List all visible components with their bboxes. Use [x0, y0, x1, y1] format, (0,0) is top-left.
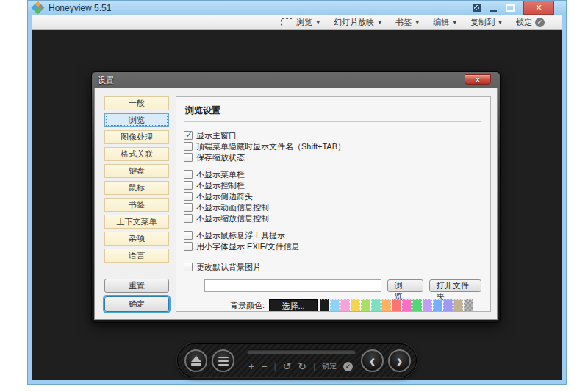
checkbox-group: 不显示鼠标悬浮工具提示 用小字体显示 EXIF/文件信息 [184, 230, 481, 252]
toolbar-edit-label: 编辑 [433, 17, 449, 28]
toolbar-edit-menu[interactable]: 编辑 ▼ [433, 17, 457, 28]
checkbox[interactable] [184, 242, 193, 251]
sidebar-item-mouse[interactable]: 鼠标 [104, 181, 169, 195]
fullscreen-button[interactable] [473, 1, 490, 15]
dialog-close-button[interactable]: x [465, 74, 491, 85]
toolbar-browse-menu[interactable]: 浏览 ▼ [281, 17, 320, 28]
checkbox-label: 不显示动画信息控制 [196, 202, 269, 213]
close-button[interactable]: ✕ [523, 1, 554, 15]
zoom-out-button[interactable]: − [261, 360, 267, 372]
checkbox[interactable] [184, 231, 193, 240]
checkbox[interactable] [184, 153, 193, 162]
previous-image-button[interactable]: ‹ [361, 349, 384, 372]
checkbox-group: 不显示菜单栏 不显示控制栏 不显示侧边箭头 不显示动画信息控制 [184, 169, 481, 224]
color-swatch[interactable] [351, 299, 360, 312]
chevron-right-icon: › [397, 352, 403, 371]
control-glyphs: + − | ↺ ↻ | 锁定 ✓ [248, 360, 366, 372]
color-swatch[interactable] [453, 299, 463, 312]
checkbox-row-show-main-window[interactable]: 显示主窗口 [184, 130, 481, 140]
rotate-left-button[interactable]: ↺ [283, 360, 292, 372]
reset-button[interactable]: 重置 [104, 279, 169, 293]
color-swatch[interactable] [381, 299, 391, 312]
color-swatch[interactable] [423, 299, 432, 312]
viewer-area: 设置 x 一般 浏览 图像处理 格式关联 键盘 鼠标 书签 上下文菜单 杂项 语… [32, 30, 562, 380]
window-titlebar: Honeyview 5.51 ✕ [28, 1, 566, 15]
eject-button[interactable] [184, 349, 207, 372]
browse-mode-icon [281, 18, 293, 26]
color-swatch[interactable] [412, 299, 422, 312]
checkbox[interactable] [184, 142, 193, 151]
minimize-icon [490, 10, 497, 12]
sidebar-item-bookmark[interactable]: 书签 [104, 198, 169, 212]
checkbox[interactable] [184, 203, 193, 212]
checkbox-row-show-filename[interactable]: 顶端菜单隐藏时显示文件名（Shift+TAB） [184, 141, 481, 152]
zoom-in-button[interactable]: + [248, 360, 254, 372]
dialog-titlebar: 设置 x [94, 74, 498, 88]
checkbox-row-hide-controlbar[interactable]: 不显示控制栏 [184, 180, 481, 190]
background-color-row: 背景颜色: 选择... [226, 299, 481, 312]
toolbar-bookmark-menu[interactable]: 书签 ▼ [395, 17, 420, 28]
divider: | [313, 361, 315, 371]
maximize-button[interactable] [506, 1, 523, 15]
checkbox-row-hide-zoom-info[interactable]: 不显示缩放信息控制 [184, 213, 481, 224]
chevron-down-icon: ▼ [498, 20, 503, 25]
sidebar-item-language[interactable]: 语言 [104, 249, 169, 263]
checkbox-row-hide-side-arrows[interactable]: 不显示侧边箭头 [184, 191, 481, 202]
toolbar-lock-label: 锁定 [516, 17, 532, 28]
sidebar-item-misc[interactable]: 杂项 [104, 232, 169, 246]
checkbox-label: 不显示控制栏 [196, 180, 245, 191]
toolbar-copyto-menu[interactable]: 复制到 ▼ [470, 17, 503, 28]
checkbox-label: 用小字体显示 EXIF/文件信息 [196, 241, 300, 252]
chevron-down-icon: ▼ [377, 20, 382, 25]
chevron-down-icon: ▼ [452, 20, 457, 25]
color-swatch[interactable] [443, 299, 453, 312]
toolbar-browse-label: 浏览 [296, 17, 312, 28]
lock-check-icon[interactable]: ✓ [343, 362, 353, 371]
checkbox-row-hide-animation-info[interactable]: 不显示动画信息控制 [184, 202, 481, 213]
color-swatch[interactable] [433, 299, 442, 312]
background-path-input[interactable] [204, 279, 381, 292]
sidebar-item-keyboard[interactable]: 键盘 [104, 164, 169, 178]
checkbox-row-hide-tooltip[interactable]: 不显示鼠标悬浮工具提示 [184, 230, 481, 240]
next-image-button[interactable]: › [388, 349, 411, 372]
checkbox-row-small-font-exif[interactable]: 用小字体显示 EXIF/文件信息 [184, 241, 481, 252]
open-folder-button[interactable]: 打开文件夹 [429, 279, 481, 292]
sidebar-item-context-menu[interactable]: 上下文菜单 [104, 215, 169, 229]
menu-button[interactable] [212, 349, 234, 372]
chevron-left-icon: ‹ [370, 352, 376, 371]
checkbox-row-change-bg-image[interactable]: 更改默认背景图片 [184, 262, 481, 272]
checkbox[interactable] [184, 263, 193, 271]
color-swatch[interactable] [402, 299, 412, 312]
color-swatch[interactable] [371, 299, 381, 312]
checkbox[interactable] [184, 170, 193, 179]
checkbox-row-save-zoom-state[interactable]: 保存缩放状态 [184, 152, 481, 163]
color-swatch[interactable] [340, 299, 350, 312]
bottom-control-bar: + − | ↺ ↻ | 锁定 ✓ ‹ › [177, 343, 417, 377]
browse-settings-panel: 浏览设置 显示主窗口 顶端菜单隐藏时显示文件名（Shift+TAB） [176, 96, 491, 312]
toolbar-slideshow-menu[interactable]: 幻灯片放映 ▼ [334, 17, 382, 28]
checkbox-label: 显示主窗口 [196, 130, 237, 141]
color-swatch[interactable] [361, 299, 370, 312]
checkbox[interactable] [184, 131, 193, 140]
checkbox[interactable] [184, 181, 193, 190]
toolbar-lock-toggle[interactable]: 锁定 ✓ [516, 17, 545, 28]
color-swatch[interactable] [392, 299, 401, 312]
color-swatch[interactable] [464, 299, 473, 312]
checkbox-row-hide-menubar[interactable]: 不显示菜单栏 [184, 169, 481, 179]
minimize-button[interactable] [490, 1, 506, 15]
choose-background-color-button[interactable]: 选择... [269, 299, 318, 312]
checkbox[interactable] [184, 214, 193, 223]
navigation-slider[interactable] [247, 349, 356, 354]
app-window: Honeyview 5.51 ✕ 浏览 ▼ 幻灯片放映 ▼ 书签 ▼ 编辑 ▼ … [27, 0, 567, 385]
background-color-swatches [320, 299, 473, 312]
color-swatch[interactable] [320, 299, 329, 312]
sidebar-item-image-processing[interactable]: 图像处理 [104, 130, 169, 144]
rotate-right-button[interactable]: ↻ [298, 360, 306, 372]
sidebar-item-format-association[interactable]: 格式关联 [104, 147, 169, 161]
checkbox[interactable] [184, 192, 193, 201]
browse-file-button[interactable]: 浏览... [387, 279, 423, 292]
color-swatch[interactable] [330, 299, 340, 312]
sidebar-item-general[interactable]: 一般 [104, 96, 169, 110]
sidebar-item-browse[interactable]: 浏览 [104, 113, 169, 127]
ok-button[interactable]: 确定 [104, 296, 169, 312]
